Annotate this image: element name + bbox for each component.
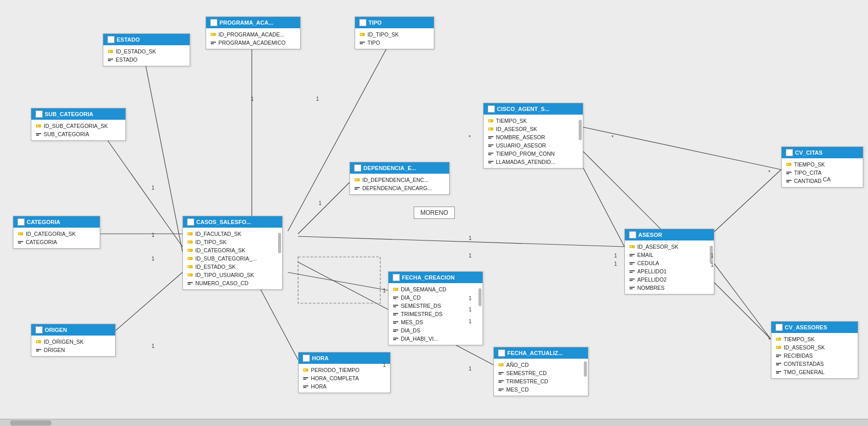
field-tiempo-prom: TIEMPO_PROM_CONN bbox=[484, 150, 583, 158]
cardinality-1-subcategoria: 1 bbox=[152, 185, 155, 191]
svg-rect-24 bbox=[211, 43, 214, 44]
scrollbar-fecha-creacion[interactable] bbox=[478, 288, 482, 306]
svg-rect-21 bbox=[211, 33, 216, 36]
field-programa-academico: PROGRAMA_ACADEMICO bbox=[206, 39, 300, 47]
field-apellido1: APELLIDO1 bbox=[625, 267, 714, 275]
cardinality-star-cvcitas: * bbox=[768, 170, 770, 175]
svg-rect-124 bbox=[776, 364, 779, 365]
field-email: EMAIL bbox=[625, 251, 714, 259]
field-id-dependencia: ID_DEPENDENCIA_ENC... bbox=[350, 176, 449, 184]
svg-line-12 bbox=[709, 170, 781, 236]
svg-rect-81 bbox=[630, 279, 635, 280]
cardinality-1-asesor: 1 bbox=[469, 235, 472, 241]
table-icon bbox=[210, 19, 217, 26]
table-header-estado: ESTADO bbox=[103, 34, 190, 45]
scrollbar-fecha-actualiz[interactable] bbox=[584, 361, 587, 377]
svg-rect-19 bbox=[108, 59, 113, 60]
table-body-sub-categoria: ID_SUB_CATEGORIA_SK SUB_CATEGORIA bbox=[31, 120, 125, 140]
svg-rect-122 bbox=[776, 356, 779, 357]
svg-rect-52 bbox=[356, 179, 357, 180]
table-icon bbox=[498, 349, 505, 357]
svg-rect-22 bbox=[212, 34, 213, 35]
svg-rect-73 bbox=[630, 245, 635, 248]
field-id-asesor-sk-asesor: ID_ASESOR_SK bbox=[625, 243, 714, 251]
table-body-estado: ID_ESTADO_SK ESTADO bbox=[103, 45, 190, 66]
table-estado[interactable]: ESTADO ID_ESTADO_SK ESTADO bbox=[103, 33, 190, 66]
field-sub-categoria: SUB_CATEGORIA bbox=[31, 130, 125, 138]
svg-line-13 bbox=[709, 257, 771, 339]
table-icon bbox=[17, 218, 25, 226]
table-asesor[interactable]: ASESOR ID_ASESOR_SK EMAIL CEDULA APE bbox=[624, 229, 714, 294]
field-id-tipo-sk: ID_TIPO_SK bbox=[355, 30, 434, 39]
table-cv-citas[interactable]: CV_CITAS TIEMPO_SK TIPO_CITA CANTIDAD bbox=[781, 146, 863, 188]
table-dependencia-e[interactable]: DEPENDENCIA_E... ID_DEPENDENCIA_ENC... D… bbox=[349, 162, 450, 195]
svg-rect-41 bbox=[488, 153, 493, 154]
field-dia-habi: DIA_HABI_VI... bbox=[389, 335, 483, 343]
table-body-cv-asesores: TIEMPO_SK ID_ASESOR_SK RECIBIDAS CONTEST… bbox=[771, 333, 858, 378]
table-hora[interactable]: HORA PERIODO_TIEMPO HORA_COMPLETA HORA bbox=[298, 352, 391, 393]
svg-rect-48 bbox=[786, 173, 789, 174]
svg-rect-113 bbox=[36, 340, 41, 343]
svg-rect-89 bbox=[393, 305, 398, 306]
field-id-tipo-usuario-sk: ID_TIPO_USUARIO_SK bbox=[183, 271, 282, 279]
svg-rect-100 bbox=[304, 369, 305, 371]
table-origen[interactable]: ORIGEN ID_ORIGEN_SK ORIGEN bbox=[31, 324, 116, 357]
table-icon bbox=[359, 19, 366, 26]
scrollbar-cisco[interactable] bbox=[579, 120, 582, 140]
table-body-tipo: ID_TIPO_SK TIPO bbox=[355, 28, 434, 49]
table-cisco-agent-s[interactable]: CISCO_AGENT_S... TIEMPO_SK ID_ASESOR_SK … bbox=[483, 103, 583, 169]
table-header-categoria: CATEGORIA bbox=[13, 216, 100, 228]
ca-label: CA bbox=[823, 176, 830, 182]
table-cv-asesores[interactable]: CV_ASESORES TIEMPO_SK ID_ASESOR_SK RECIB… bbox=[771, 321, 858, 379]
table-categoria[interactable]: CATEGORIA ID_CATEGORIA_SK CATEGORIA bbox=[13, 216, 100, 249]
table-programa-aca[interactable]: PROGRAMA_ACA... ID_PROGRAMA_ACADE... PRO… bbox=[206, 16, 301, 49]
cardinality-1-categoria: 1 bbox=[152, 232, 155, 238]
svg-rect-76 bbox=[630, 255, 633, 256]
field-tmo-general: TMO_GENERAL bbox=[771, 368, 858, 376]
svg-rect-53 bbox=[355, 187, 360, 188]
field-id_estado_sk: ID_ESTADO_SK bbox=[103, 47, 190, 55]
field-id-origen-sk: ID_ORIGEN_SK bbox=[31, 338, 115, 346]
scrollbar-casos[interactable] bbox=[278, 233, 281, 253]
svg-rect-72 bbox=[188, 284, 191, 285]
field-dia-ds: DIA_DS bbox=[389, 326, 483, 335]
svg-rect-60 bbox=[189, 233, 190, 234]
table-header-dependencia: DEPENDENCIA_E... bbox=[350, 162, 449, 174]
table-header-tipo: TIPO bbox=[355, 17, 434, 28]
svg-rect-45 bbox=[786, 163, 791, 166]
table-body-fecha-actualiz: AÑO_CD SEMESTRE_CD TRIMESTRE_CD MES_CD bbox=[494, 359, 588, 396]
svg-rect-90 bbox=[393, 306, 396, 307]
svg-rect-16 bbox=[298, 257, 380, 303]
field-llamadas: LLAMADAS_ATENDID... bbox=[484, 158, 583, 166]
table-icon bbox=[107, 36, 115, 43]
field-id-asesor-sk-asesores: ID_ASESOR_SK bbox=[771, 343, 858, 351]
svg-rect-87 bbox=[393, 297, 398, 298]
svg-rect-85 bbox=[393, 288, 398, 291]
table-sub-categoria[interactable]: SUB_CATEGORIA ID_SUB_CATEGORIA_SK SUB_CA… bbox=[31, 108, 126, 141]
svg-rect-97 bbox=[393, 338, 398, 339]
scrollbar-handle[interactable] bbox=[10, 420, 51, 425]
table-fecha-actualiz[interactable]: FECHA_ACTUALIZ... AÑO_CD SEMESTRE_CD TRI… bbox=[493, 347, 588, 396]
horizontal-scrollbar[interactable] bbox=[0, 419, 868, 426]
svg-rect-56 bbox=[19, 233, 20, 234]
svg-rect-99 bbox=[303, 368, 308, 372]
table-icon bbox=[775, 324, 783, 331]
svg-rect-36 bbox=[489, 128, 490, 129]
field-tiempo-sk: TIEMPO_SK bbox=[484, 117, 583, 125]
table-tipo[interactable]: TIPO ID_TIPO_SK TIPO bbox=[355, 16, 434, 49]
field-trimestre-cd: TRIMESTRE_CD bbox=[494, 377, 588, 385]
svg-rect-54 bbox=[355, 189, 358, 190]
cardinality-star-cisco: * bbox=[469, 135, 471, 140]
table-icon bbox=[303, 355, 310, 362]
table-casos-salesfo[interactable]: CASOS_SALESFO... ID_FACULTAD_SK ID_TIPO_… bbox=[182, 216, 283, 290]
table-icon bbox=[187, 218, 194, 226]
svg-rect-20 bbox=[108, 60, 111, 61]
table-header-origen: ORIGEN bbox=[31, 324, 115, 336]
table-body-cv-citas: TIEMPO_SK TIPO_CITA CANTIDAD bbox=[782, 158, 863, 187]
svg-rect-101 bbox=[303, 377, 308, 378]
cardinality-1-asesor4: 1 bbox=[614, 261, 617, 267]
svg-line-8 bbox=[288, 272, 388, 290]
svg-rect-91 bbox=[393, 313, 398, 314]
svg-rect-63 bbox=[188, 249, 193, 252]
field-estado: ESTADO bbox=[103, 55, 190, 64]
